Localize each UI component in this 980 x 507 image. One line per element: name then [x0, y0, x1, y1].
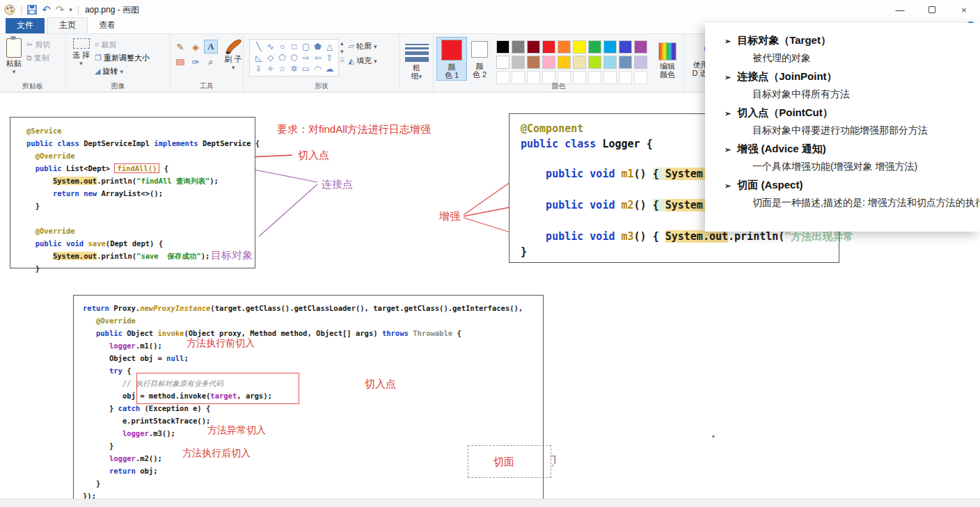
shape-icon[interactable]: ⇨ [300, 52, 312, 63]
palette-swatch[interactable] [558, 56, 571, 69]
text-tool[interactable]: A [204, 40, 218, 54]
note-description: 目标对象中得要进行功能增强那部分方法 [752, 124, 980, 137]
edit-colors-button[interactable]: 编辑颜色 [653, 37, 682, 79]
color1-swatch [441, 40, 462, 61]
fill-tool[interactable]: ◈ [189, 40, 203, 54]
shape-icon[interactable]: ⬠ [276, 52, 288, 63]
annotation-target-object: 目标对象 [211, 249, 253, 262]
copy-button[interactable]: ⧉复制 [26, 53, 50, 63]
shape-icon[interactable]: △ [324, 41, 335, 52]
aspect-dashed-box: 切面 [468, 445, 551, 478]
paste-button[interactable]: 粘贴▾ [3, 37, 25, 77]
shape-icon[interactable]: □ [288, 41, 300, 52]
undo-icon[interactable]: ↶ [42, 3, 51, 16]
annotation-joinpoint: 连接点 [322, 178, 353, 191]
outline-button[interactable]: ▱轮廓▾ [348, 41, 377, 51]
note-title: 连接点（JoinPoint） [737, 70, 837, 83]
status-strip [0, 499, 980, 507]
size-button[interactable]: 粗 细▾ [403, 37, 430, 82]
palette-swatch[interactable] [527, 40, 540, 54]
palette-swatch[interactable] [588, 56, 601, 69]
palette-swatch[interactable] [619, 56, 632, 69]
note-title: 切面 (Aspect) [737, 179, 803, 192]
pencil-tool[interactable]: ✎ [173, 40, 187, 54]
note-description: 目标对象中得所有方法 [752, 88, 980, 101]
shape-icon[interactable]: ◺ [253, 52, 264, 63]
group-tools: ✎ ◈ A ✑ ⌕ 刷 子▾ 工具 [171, 34, 244, 92]
tab-view[interactable]: 查看 [88, 18, 127, 33]
save-icon[interactable] [27, 5, 37, 15]
shape-icon[interactable]: ☁ [324, 63, 335, 74]
color-palette[interactable] [496, 40, 649, 86]
palette-swatch[interactable] [634, 40, 647, 54]
redo-icon[interactable]: ↷ [56, 3, 65, 16]
shapes-scroll-down-icon[interactable]: ▾ [340, 48, 344, 55]
select-button[interactable]: 选 择▾ [69, 37, 93, 69]
palette-swatch[interactable] [527, 56, 540, 69]
tab-file[interactable]: 文件 [6, 18, 45, 33]
minimize-button[interactable]: — [884, 0, 916, 19]
tab-home[interactable]: 主页 [47, 17, 88, 33]
crop-button[interactable]: ⌗裁剪 [95, 40, 150, 50]
palette-swatch[interactable] [558, 40, 571, 54]
shape-icon[interactable]: ○ [276, 41, 288, 52]
group-colors: 颜色 1 颜色 2 编辑颜色 颜色 [434, 34, 684, 92]
magnifier-tool[interactable]: ⌕ [204, 55, 218, 69]
resize-button[interactable]: ❐重新调整大小 [95, 53, 150, 63]
shape-icon[interactable]: ◇ [264, 52, 276, 63]
group-label: 形状 [244, 81, 400, 91]
palette-swatch[interactable] [619, 40, 632, 54]
annotation-advice: 增强 [439, 210, 460, 223]
maximize-button[interactable] [916, 0, 948, 19]
paste-icon [6, 38, 22, 58]
shape-icon[interactable]: ⇦ [312, 52, 324, 63]
rotate-button[interactable]: ◢旋转▾ [95, 66, 150, 77]
shapes-more-icon[interactable]: ⍗ [340, 56, 344, 64]
color-picker-tool[interactable]: ✑ [189, 55, 203, 69]
shape-icon[interactable]: ╲ [253, 41, 264, 52]
eyedropper-icon: ✑ [192, 57, 200, 67]
text-cursor: Ꞁ̩ [551, 454, 556, 467]
shapes-scroll-up-icon[interactable]: ▴ [340, 40, 344, 47]
palette-swatch[interactable] [573, 56, 586, 69]
shape-icon[interactable]: ⬡ [288, 52, 300, 63]
outline-icon: ▱ [348, 42, 354, 51]
group-clipboard: 粘贴▾ ✂剪切 ⧉复制 剪贴板 [0, 34, 66, 92]
palette-swatch[interactable] [512, 56, 525, 69]
shape-icon[interactable]: ✡ [288, 63, 300, 74]
code-line: @Component [521, 122, 583, 135]
palette-swatch[interactable] [603, 40, 617, 54]
shapes-grid[interactable]: ╲∿○□▢⬟△◺◇⬠⬡⇨⇦⇧⇩✧☆✡▭◠☁ [249, 39, 339, 77]
shape-icon[interactable]: ▭ [300, 63, 312, 74]
cut-button[interactable]: ✂剪切 [26, 40, 50, 50]
shape-icon[interactable]: ✧ [264, 63, 276, 74]
shape-icon[interactable]: ☆ [276, 63, 288, 74]
shape-icon[interactable]: ∿ [264, 41, 276, 52]
palette-swatch[interactable] [634, 56, 647, 69]
palette-swatch[interactable] [588, 40, 601, 54]
shape-icon[interactable]: ⇧ [324, 52, 335, 63]
shape-icon[interactable]: ▢ [300, 41, 312, 52]
palette-swatch[interactable] [542, 40, 555, 54]
palette-swatch[interactable] [496, 56, 509, 69]
shape-icon[interactable]: ◠ [312, 63, 324, 74]
color2-button[interactable]: 颜色 2 [467, 37, 492, 79]
fill-button[interactable]: ◭填充▾ [348, 56, 377, 66]
eraser-tool[interactable] [173, 55, 187, 69]
brush-button[interactable]: 刷 子▾ [221, 37, 246, 73]
qat-dropdown-icon[interactable]: ▾ [69, 6, 72, 13]
close-button[interactable]: × [948, 0, 980, 19]
color1-button[interactable]: 颜色 1 [436, 37, 467, 81]
rotate-icon: ◢ [95, 67, 100, 76]
window-title: aop.png - 画图 [85, 4, 139, 16]
palette-swatch[interactable] [512, 40, 525, 54]
annotation-aspect: 切面 [493, 456, 514, 469]
divider: | [20, 5, 22, 15]
palette-swatch[interactable] [603, 56, 617, 69]
shape-icon[interactable]: ⇩ [253, 63, 264, 74]
shape-icon[interactable]: ⬟ [312, 41, 324, 52]
annotation-requirement: 要求：对findAll方法进行日志增强 [277, 123, 431, 136]
palette-swatch[interactable] [496, 40, 509, 54]
palette-swatch[interactable] [573, 40, 586, 54]
palette-swatch[interactable] [542, 56, 555, 69]
